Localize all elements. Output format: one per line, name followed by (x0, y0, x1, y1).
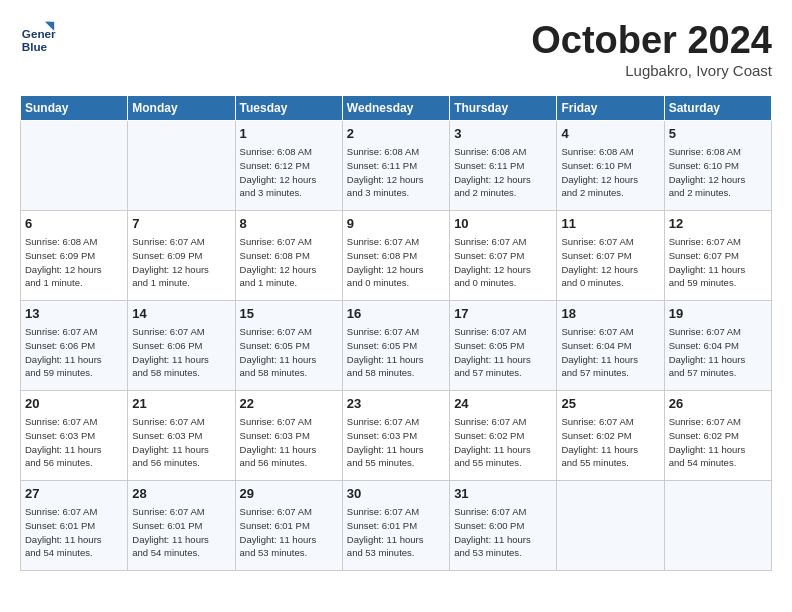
calendar-cell: 15Sunrise: 6:07 AM Sunset: 6:05 PM Dayli… (235, 300, 342, 390)
day-number: 28 (132, 485, 230, 503)
day-info: Sunrise: 6:07 AM Sunset: 6:03 PM Dayligh… (25, 415, 123, 470)
calendar-week-5: 27Sunrise: 6:07 AM Sunset: 6:01 PM Dayli… (21, 480, 772, 570)
calendar-cell: 13Sunrise: 6:07 AM Sunset: 6:06 PM Dayli… (21, 300, 128, 390)
day-number: 21 (132, 395, 230, 413)
calendar-cell (128, 120, 235, 210)
day-info: Sunrise: 6:07 AM Sunset: 6:01 PM Dayligh… (240, 505, 338, 560)
day-info: Sunrise: 6:08 AM Sunset: 6:12 PM Dayligh… (240, 145, 338, 200)
day-number: 15 (240, 305, 338, 323)
weekday-saturday: Saturday (664, 95, 771, 120)
calendar-cell: 6Sunrise: 6:08 AM Sunset: 6:09 PM Daylig… (21, 210, 128, 300)
day-number: 30 (347, 485, 445, 503)
day-number: 24 (454, 395, 552, 413)
calendar-cell: 17Sunrise: 6:07 AM Sunset: 6:05 PM Dayli… (450, 300, 557, 390)
calendar-cell: 18Sunrise: 6:07 AM Sunset: 6:04 PM Dayli… (557, 300, 664, 390)
day-number: 1 (240, 125, 338, 143)
svg-text:General: General (22, 27, 56, 40)
calendar-cell: 19Sunrise: 6:07 AM Sunset: 6:04 PM Dayli… (664, 300, 771, 390)
day-number: 19 (669, 305, 767, 323)
calendar-week-3: 13Sunrise: 6:07 AM Sunset: 6:06 PM Dayli… (21, 300, 772, 390)
day-info: Sunrise: 6:07 AM Sunset: 6:00 PM Dayligh… (454, 505, 552, 560)
calendar-cell: 2Sunrise: 6:08 AM Sunset: 6:11 PM Daylig… (342, 120, 449, 210)
day-info: Sunrise: 6:07 AM Sunset: 6:07 PM Dayligh… (669, 235, 767, 290)
day-info: Sunrise: 6:07 AM Sunset: 6:06 PM Dayligh… (25, 325, 123, 380)
weekday-friday: Friday (557, 95, 664, 120)
day-info: Sunrise: 6:08 AM Sunset: 6:11 PM Dayligh… (347, 145, 445, 200)
calendar-cell: 10Sunrise: 6:07 AM Sunset: 6:07 PM Dayli… (450, 210, 557, 300)
day-info: Sunrise: 6:07 AM Sunset: 6:02 PM Dayligh… (669, 415, 767, 470)
calendar-cell: 20Sunrise: 6:07 AM Sunset: 6:03 PM Dayli… (21, 390, 128, 480)
day-info: Sunrise: 6:08 AM Sunset: 6:09 PM Dayligh… (25, 235, 123, 290)
day-info: Sunrise: 6:07 AM Sunset: 6:04 PM Dayligh… (561, 325, 659, 380)
calendar-cell: 14Sunrise: 6:07 AM Sunset: 6:06 PM Dayli… (128, 300, 235, 390)
calendar-cell: 26Sunrise: 6:07 AM Sunset: 6:02 PM Dayli… (664, 390, 771, 480)
day-info: Sunrise: 6:08 AM Sunset: 6:10 PM Dayligh… (669, 145, 767, 200)
weekday-wednesday: Wednesday (342, 95, 449, 120)
calendar-cell: 11Sunrise: 6:07 AM Sunset: 6:07 PM Dayli… (557, 210, 664, 300)
calendar-cell: 22Sunrise: 6:07 AM Sunset: 6:03 PM Dayli… (235, 390, 342, 480)
calendar-cell: 16Sunrise: 6:07 AM Sunset: 6:05 PM Dayli… (342, 300, 449, 390)
day-number: 17 (454, 305, 552, 323)
day-info: Sunrise: 6:08 AM Sunset: 6:10 PM Dayligh… (561, 145, 659, 200)
calendar-cell: 24Sunrise: 6:07 AM Sunset: 6:02 PM Dayli… (450, 390, 557, 480)
calendar-cell: 31Sunrise: 6:07 AM Sunset: 6:00 PM Dayli… (450, 480, 557, 570)
calendar-cell: 29Sunrise: 6:07 AM Sunset: 6:01 PM Dayli… (235, 480, 342, 570)
day-info: Sunrise: 6:07 AM Sunset: 6:06 PM Dayligh… (132, 325, 230, 380)
day-number: 4 (561, 125, 659, 143)
day-info: Sunrise: 6:07 AM Sunset: 6:08 PM Dayligh… (347, 235, 445, 290)
day-info: Sunrise: 6:07 AM Sunset: 6:01 PM Dayligh… (25, 505, 123, 560)
day-info: Sunrise: 6:07 AM Sunset: 6:03 PM Dayligh… (132, 415, 230, 470)
day-info: Sunrise: 6:07 AM Sunset: 6:07 PM Dayligh… (561, 235, 659, 290)
calendar-cell (21, 120, 128, 210)
day-number: 14 (132, 305, 230, 323)
day-info: Sunrise: 6:07 AM Sunset: 6:05 PM Dayligh… (347, 325, 445, 380)
day-info: Sunrise: 6:07 AM Sunset: 6:01 PM Dayligh… (347, 505, 445, 560)
calendar-cell: 1Sunrise: 6:08 AM Sunset: 6:12 PM Daylig… (235, 120, 342, 210)
calendar-body: 1Sunrise: 6:08 AM Sunset: 6:12 PM Daylig… (21, 120, 772, 570)
day-number: 9 (347, 215, 445, 233)
day-number: 27 (25, 485, 123, 503)
day-info: Sunrise: 6:07 AM Sunset: 6:04 PM Dayligh… (669, 325, 767, 380)
calendar-cell: 9Sunrise: 6:07 AM Sunset: 6:08 PM Daylig… (342, 210, 449, 300)
day-info: Sunrise: 6:07 AM Sunset: 6:08 PM Dayligh… (240, 235, 338, 290)
logo-icon: General Blue (20, 20, 56, 56)
day-number: 10 (454, 215, 552, 233)
title-area: October 2024 Lugbakro, Ivory Coast (531, 20, 772, 79)
weekday-tuesday: Tuesday (235, 95, 342, 120)
day-number: 16 (347, 305, 445, 323)
day-info: Sunrise: 6:07 AM Sunset: 6:05 PM Dayligh… (240, 325, 338, 380)
day-number: 7 (132, 215, 230, 233)
day-number: 18 (561, 305, 659, 323)
page-header: General Blue October 2024 Lugbakro, Ivor… (20, 20, 772, 79)
day-info: Sunrise: 6:07 AM Sunset: 6:03 PM Dayligh… (347, 415, 445, 470)
calendar-cell: 5Sunrise: 6:08 AM Sunset: 6:10 PM Daylig… (664, 120, 771, 210)
location: Lugbakro, Ivory Coast (531, 62, 772, 79)
calendar-week-2: 6Sunrise: 6:08 AM Sunset: 6:09 PM Daylig… (21, 210, 772, 300)
day-info: Sunrise: 6:07 AM Sunset: 6:01 PM Dayligh… (132, 505, 230, 560)
calendar-cell: 7Sunrise: 6:07 AM Sunset: 6:09 PM Daylig… (128, 210, 235, 300)
day-number: 23 (347, 395, 445, 413)
calendar-table: SundayMondayTuesdayWednesdayThursdayFrid… (20, 95, 772, 571)
calendar-cell (664, 480, 771, 570)
day-number: 31 (454, 485, 552, 503)
day-info: Sunrise: 6:07 AM Sunset: 6:02 PM Dayligh… (561, 415, 659, 470)
day-info: Sunrise: 6:07 AM Sunset: 6:02 PM Dayligh… (454, 415, 552, 470)
day-info: Sunrise: 6:07 AM Sunset: 6:03 PM Dayligh… (240, 415, 338, 470)
calendar-cell: 28Sunrise: 6:07 AM Sunset: 6:01 PM Dayli… (128, 480, 235, 570)
day-number: 8 (240, 215, 338, 233)
weekday-sunday: Sunday (21, 95, 128, 120)
day-number: 13 (25, 305, 123, 323)
calendar-cell: 25Sunrise: 6:07 AM Sunset: 6:02 PM Dayli… (557, 390, 664, 480)
calendar-cell: 12Sunrise: 6:07 AM Sunset: 6:07 PM Dayli… (664, 210, 771, 300)
calendar-cell: 30Sunrise: 6:07 AM Sunset: 6:01 PM Dayli… (342, 480, 449, 570)
day-number: 11 (561, 215, 659, 233)
day-info: Sunrise: 6:07 AM Sunset: 6:05 PM Dayligh… (454, 325, 552, 380)
calendar-cell: 3Sunrise: 6:08 AM Sunset: 6:11 PM Daylig… (450, 120, 557, 210)
day-number: 2 (347, 125, 445, 143)
day-number: 29 (240, 485, 338, 503)
calendar-cell: 4Sunrise: 6:08 AM Sunset: 6:10 PM Daylig… (557, 120, 664, 210)
calendar-cell: 27Sunrise: 6:07 AM Sunset: 6:01 PM Dayli… (21, 480, 128, 570)
svg-text:Blue: Blue (22, 40, 48, 53)
logo: General Blue (20, 20, 56, 56)
calendar-week-4: 20Sunrise: 6:07 AM Sunset: 6:03 PM Dayli… (21, 390, 772, 480)
